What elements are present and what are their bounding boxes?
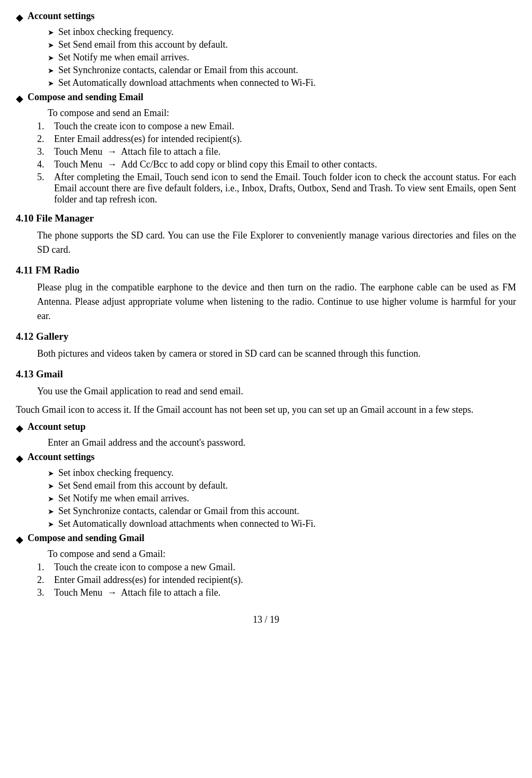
list-item: Set Synchronize contacts, calendar or Em… [48,65,516,76]
compose-gmail-intro: To compose and send a Gmail: [48,549,516,560]
list-item: 2.Enter Gmail address(es) for intended r… [37,574,516,586]
arrow-bullet [48,518,54,529]
step-text: Touch Menu → Add Cc/Bcc to add copy or b… [54,159,377,170]
list-item: 1.Touch the create icon to compose a new… [37,562,516,573]
diamond-bullet-3: ◆ [16,422,23,434]
account-setup-header: ◆ Account setup [16,421,516,434]
compose-email-intro: To compose and send an Email: [48,108,516,119]
step-num: 3. [37,587,54,598]
list-item-text: Set Send email from this account by defa… [58,480,228,491]
step-text: Touch the create icon to compose a new E… [54,121,234,132]
list-item: Set Synchronize contacts, calendar or Gm… [48,506,516,517]
step-text: After completing the Email, Touch send i… [54,172,516,205]
step-num: 2. [37,134,54,145]
step-text: Touch Menu → Attach file to attach a fil… [54,146,220,157]
list-item: 3.Touch Menu → Attach file to attach a f… [37,587,516,598]
list-item: Set Automatically download attachments w… [48,518,516,529]
file-manager-heading: 4.10 File Manager [16,213,516,224]
account-settings-2-title: Account settings [28,452,95,463]
gmail-para2: Touch Gmail icon to access it. If the Gm… [16,403,516,417]
list-item: 4.Touch Menu → Add Cc/Bcc to add copy or… [37,159,516,170]
list-item: 1.Touch the create icon to compose a new… [37,121,516,132]
arrow-bullet [48,480,54,491]
compose-email-steps: 1.Touch the create icon to compose a new… [37,121,516,205]
gmail-heading: 4.13 Gmail [16,368,516,380]
file-manager-body: The phone supports the SD card. You can … [37,228,516,257]
gmail-para1: You use the Gmail application to read an… [37,384,516,399]
list-item-text: Set Automatically download attachments w… [58,518,316,529]
step-text: Enter Gmail address(es) for intended rec… [54,574,243,586]
page-content: ◆ Account settings Set inbox checking fr… [16,11,516,625]
arrow-bullet [48,39,54,50]
gallery-heading: 4.12 Gallery [16,331,516,342]
step-num: 3. [37,146,54,157]
account-settings-1-list: Set inbox checking frequency. Set Send e… [48,26,516,89]
account-settings-1-header: ◆ Account settings [16,11,516,23]
compose-gmail-header: ◆ Compose and sending Gmail [16,533,516,545]
arrow-bullet [48,52,54,63]
fm-radio-heading: 4.11 FM Radio [16,264,516,276]
list-item: Set Send email from this account by defa… [48,39,516,50]
compose-email-title: Compose and sending Email [28,92,144,103]
list-item-text: Set Synchronize contacts, calendar or Em… [58,65,298,76]
list-item: 2.Enter Email address(es) for intended r… [37,134,516,145]
step-num: 1. [37,562,54,573]
page-footer: 13 / 19 [16,614,516,625]
compose-email-header: ◆ Compose and sending Email [16,92,516,104]
arrow-bullet [48,493,54,504]
list-item: Set inbox checking frequency. [48,467,516,479]
compose-gmail-title: Compose and sending Gmail [28,533,145,544]
arrow-bullet [48,65,54,76]
arrow-bullet [48,506,54,517]
list-item-text: Set Notify me when email arrives. [58,52,189,63]
compose-gmail-steps: 1.Touch the create icon to compose a new… [37,562,516,598]
list-item: Set Notify me when email arrives. [48,493,516,504]
account-settings-2-list: Set inbox checking frequency. Set Send e… [48,467,516,529]
diamond-bullet-5: ◆ [16,534,23,545]
diamond-bullet-4: ◆ [16,453,23,464]
list-item-text: Set Automatically download attachments w… [58,77,316,89]
list-item: Set Automatically download attachments w… [48,77,516,89]
step-text: Touch Menu → Attach file to attach a fil… [54,587,220,598]
step-num: 1. [37,121,54,132]
list-item: Set inbox checking frequency. [48,26,516,38]
gallery-body: Both pictures and videos taken by camera… [37,347,516,361]
list-item: 5.After completing the Email, Touch send… [37,172,516,205]
list-item-text: Set Synchronize contacts, calendar or Gm… [58,506,299,517]
list-item: Set Notify me when email arrives. [48,52,516,63]
diamond-bullet-1: ◆ [16,12,23,23]
step-text: Touch the create icon to compose a new G… [54,562,235,573]
account-settings-1-title: Account settings [28,11,95,22]
step-text: Enter Email address(es) for intended rec… [54,134,242,145]
arrow-bullet [48,467,54,479]
account-settings-2-header: ◆ Account settings [16,452,516,464]
list-item: Set Send email from this account by defa… [48,480,516,491]
list-item-text: Set Send email from this account by defa… [58,39,228,50]
list-item: 3.Touch Menu → Attach file to attach a f… [37,146,516,157]
list-item-text: Set inbox checking frequency. [58,467,174,479]
step-num: 5. [37,172,54,183]
page-number: 13 / 19 [253,614,279,625]
list-item-text: Set inbox checking frequency. [58,26,174,38]
step-num: 4. [37,159,54,170]
list-item-text: Set Notify me when email arrives. [58,493,189,504]
arrow-bullet [48,26,54,38]
fm-radio-body: Please plug in the compatible earphone t… [37,280,516,323]
account-setup-body: Enter an Gmail address and the account's… [48,437,516,448]
arrow-bullet [48,77,54,89]
diamond-bullet-2: ◆ [16,93,23,104]
account-setup-title: Account setup [28,421,86,432]
step-num: 2. [37,574,54,586]
